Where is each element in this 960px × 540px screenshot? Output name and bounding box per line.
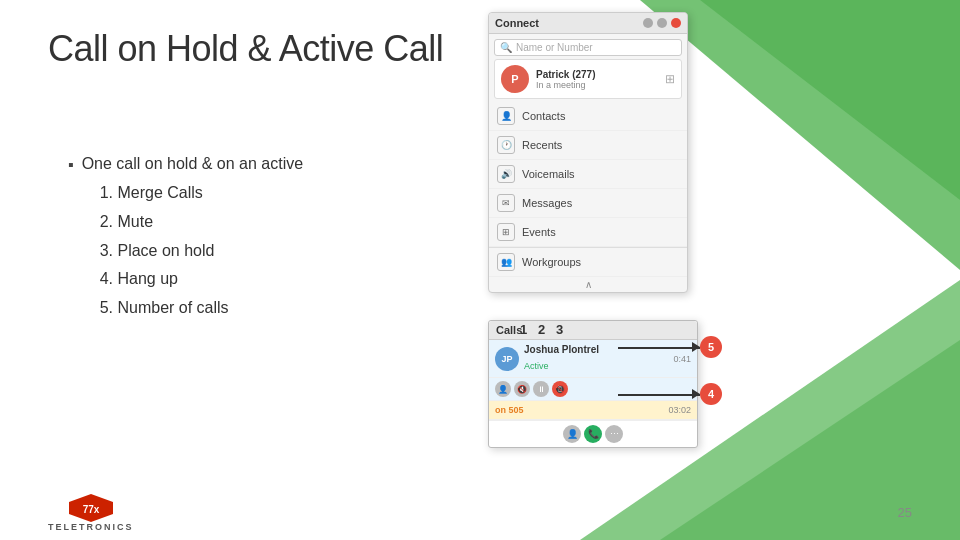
annotation-1: 1: [520, 322, 527, 337]
user-card-expand-icon: ⊞: [665, 72, 675, 86]
logo-text: TELETRONICS: [48, 522, 134, 532]
active-call-row: JP Joshua Plontrel Active 0:41: [489, 340, 697, 378]
step-3: 3. Place on hold: [100, 237, 303, 266]
nav-contacts[interactable]: 👤 Contacts: [489, 102, 687, 131]
logo-area: 77x TELETRONICS: [48, 494, 134, 532]
nav-workgroups[interactable]: 👥 Workgroups: [489, 247, 687, 277]
bullet-symbol: ▪: [68, 156, 74, 174]
person-button[interactable]: 👤: [495, 381, 511, 397]
annotation-circle-5: 5: [700, 336, 722, 358]
user-card: P Patrick (277) In a meeting ⊞: [494, 59, 682, 99]
nav-events[interactable]: ⊞ Events: [489, 218, 687, 247]
logo-icon: 77x: [69, 494, 113, 522]
nav-voicemails[interactable]: 🔊 Voicemails: [489, 160, 687, 189]
bullet-intro-text: One call on hold & on an active: [82, 155, 303, 172]
hold-button[interactable]: ⏸: [533, 381, 549, 397]
annotation-line-4: [618, 394, 700, 396]
step-2-label: Mute: [117, 213, 153, 230]
user-name: Patrick (277): [536, 69, 665, 80]
call-actions-row: 👤 🔇 ⏸ 📵: [489, 378, 697, 401]
held-call-row: on 505 03:02: [489, 401, 697, 420]
bottom-bar: 77x TELETRONICS 25: [0, 485, 960, 540]
call-name: Joshua Plontrel: [524, 344, 669, 355]
nav-recents-label: Recents: [522, 139, 562, 151]
annotation-arrow-4: [692, 389, 700, 399]
step-5: 5. Number of calls: [100, 294, 303, 323]
calls-title: Calls: [496, 324, 522, 336]
nav-workgroups-label: Workgroups: [522, 256, 581, 268]
annotation-line-5: [618, 347, 700, 349]
annotation-circle-4: 4: [700, 383, 722, 405]
extra-button[interactable]: ⋯: [605, 425, 623, 443]
annotation-2: 2: [538, 322, 545, 337]
step-4-label: Hang up: [117, 270, 178, 287]
call-status: Active: [524, 361, 549, 371]
svg-text:77x: 77x: [82, 504, 99, 515]
annotation-5-label: 5: [708, 341, 714, 353]
calls-panel: Calls JP Joshua Plontrel Active 0:41 👤 🔇…: [488, 320, 698, 448]
messages-icon: ✉: [497, 194, 515, 212]
maximize-button[interactable]: [657, 18, 667, 28]
search-bar[interactable]: 🔍 Name or Number: [494, 39, 682, 56]
search-icon: 🔍: [500, 42, 512, 53]
answer-button[interactable]: 📞: [584, 425, 602, 443]
content-section: ▪ One call on hold & on an active 1. Mer…: [68, 155, 303, 329]
user-info: Patrick (277) In a meeting: [536, 69, 665, 90]
user-status: In a meeting: [536, 80, 665, 90]
minimize-button[interactable]: [643, 18, 653, 28]
nav-messages[interactable]: ✉ Messages: [489, 189, 687, 218]
nav-voicemails-label: Voicemails: [522, 168, 575, 180]
step-2: 2. Mute: [100, 208, 303, 237]
titlebar-controls: [643, 18, 681, 28]
call-action-buttons: 👤 🔇 ⏸ 📵: [495, 381, 568, 397]
step-1: 1. Merge Calls: [100, 179, 303, 208]
step-3-label: Place on hold: [117, 242, 214, 259]
hangup-button[interactable]: 📵: [552, 381, 568, 397]
nav-events-label: Events: [522, 226, 556, 238]
contacts-icon: 👤: [497, 107, 515, 125]
events-icon: ⊞: [497, 223, 515, 241]
collapse-arrow[interactable]: ∧: [489, 277, 687, 292]
merge-button[interactable]: 👤: [563, 425, 581, 443]
bg-decoration-top-right-2: [700, 0, 960, 200]
search-placeholder: Name or Number: [516, 42, 593, 53]
sub-list: 1. Merge Calls 2. Mute 3. Place on hold …: [100, 179, 303, 323]
mute-button[interactable]: 🔇: [514, 381, 530, 397]
nav-recents[interactable]: 🕐 Recents: [489, 131, 687, 160]
step-3-num: 3.: [100, 242, 113, 259]
connect-titlebar: Connect: [489, 13, 687, 34]
page-title: Call on Hold & Active Call: [48, 28, 443, 70]
step-5-num: 5.: [100, 299, 113, 316]
annotation-4-label: 4: [708, 388, 714, 400]
avatar: P: [501, 65, 529, 93]
step-4: 4. Hang up: [100, 265, 303, 294]
page-number: 25: [898, 505, 912, 520]
call-avatar: JP: [495, 347, 519, 371]
step-4-num: 4.: [100, 270, 113, 287]
step-5-label: Number of calls: [117, 299, 228, 316]
connect-title: Connect: [495, 17, 539, 29]
step-2-num: 2.: [100, 213, 113, 230]
step-1-label: Merge Calls: [117, 184, 202, 201]
bullet-item: ▪ One call on hold & on an active 1. Mer…: [68, 155, 303, 323]
call-time: 0:41: [673, 354, 691, 364]
voicemails-icon: 🔊: [497, 165, 515, 183]
nav-contacts-label: Contacts: [522, 110, 565, 122]
held-call-number: on 505: [495, 405, 524, 415]
held-call-duration: 03:02: [668, 405, 691, 415]
recents-icon: 🕐: [497, 136, 515, 154]
connect-panel: Connect 🔍 Name or Number P Patrick (277)…: [488, 12, 688, 293]
annotation-arrow-5: [692, 342, 700, 352]
annotation-3: 3: [556, 322, 563, 337]
step-1-num: 1.: [100, 184, 113, 201]
bottom-action-row: 👤 📞 ⋯: [489, 420, 697, 447]
nav-messages-label: Messages: [522, 197, 572, 209]
workgroups-icon: 👥: [497, 253, 515, 271]
close-button[interactable]: [671, 18, 681, 28]
